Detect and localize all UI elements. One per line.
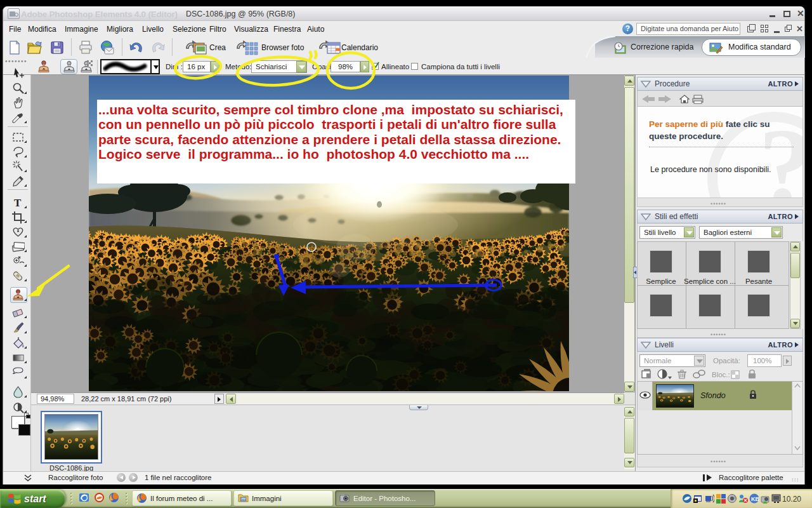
svg-text:T: T <box>14 197 22 209</box>
svg-text:KB: KB <box>751 496 759 502</box>
svg-text:Bloc.:: Bloc.: <box>712 371 730 378</box>
